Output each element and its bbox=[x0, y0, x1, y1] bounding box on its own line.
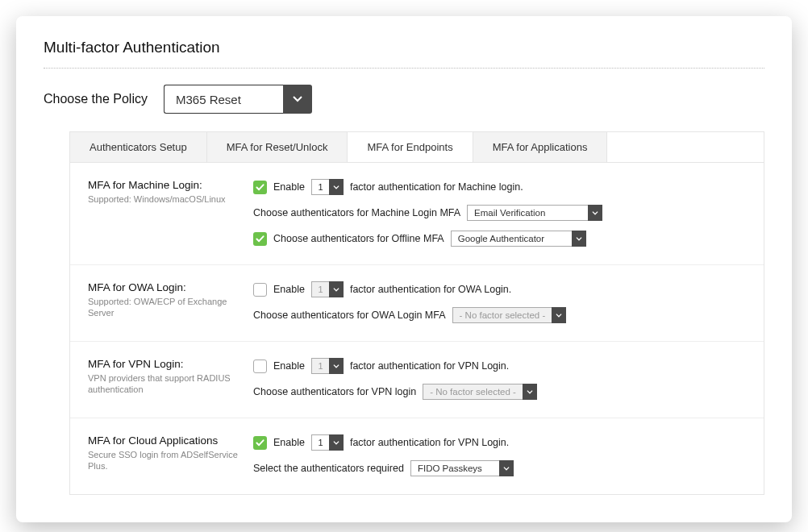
section-controls: Enable 1 factor authentication for OWA L… bbox=[253, 281, 746, 323]
section-title: MFA for VPN Login: bbox=[88, 358, 253, 370]
section-title: MFA for Machine Login: bbox=[88, 179, 253, 191]
section-vpn-login: MFA for VPN Login: VPN providers that su… bbox=[70, 342, 764, 418]
row-label: Select the authenticators required bbox=[253, 463, 404, 474]
divider bbox=[44, 68, 764, 69]
offline-checkbox[interactable] bbox=[253, 232, 267, 246]
row-label: Choose authenticators for OWA Login MFA bbox=[253, 310, 446, 321]
enable-label: Enable bbox=[273, 284, 305, 295]
dropdown-button[interactable] bbox=[499, 460, 514, 476]
chevron-down-icon bbox=[293, 96, 302, 102]
factor-text: factor authentication for OWA Login. bbox=[350, 284, 511, 295]
row-label: Choose authenticators for VPN login bbox=[253, 386, 416, 397]
factor-count-dropdown[interactable] bbox=[329, 434, 344, 451]
enable-row: Enable 1 factor authentication for VPN L… bbox=[253, 434, 746, 451]
machine-authenticator-row: Choose authenticators for Machine Login … bbox=[253, 205, 746, 221]
owa-authenticator-row: Choose authenticators for OWA Login MFA … bbox=[253, 307, 746, 323]
factor-count-dropdown[interactable] bbox=[329, 281, 344, 297]
factor-count: 1 bbox=[311, 179, 329, 195]
row-label: Choose authenticators for Offline MFA bbox=[273, 233, 444, 244]
dropdown-value: - No factor selected - bbox=[452, 307, 552, 323]
section-title: MFA for Cloud Applications bbox=[88, 434, 253, 447]
dropdown-value: - No factor selected - bbox=[423, 384, 523, 400]
factor-count-select[interactable]: 1 bbox=[311, 358, 344, 374]
dropdown-value: Email Verification bbox=[467, 205, 588, 221]
dropdown-button[interactable] bbox=[523, 384, 537, 400]
policy-label: Choose the Policy bbox=[44, 92, 148, 106]
enable-row: Enable 1 factor authentication for Machi… bbox=[253, 179, 746, 195]
dropdown-button[interactable] bbox=[588, 205, 602, 221]
enable-row: Enable 1 factor authentication for VPN L… bbox=[253, 358, 746, 374]
section-title: MFA for OWA Login: bbox=[88, 281, 253, 293]
section-header: MFA for OWA Login: Supported: OWA/ECP of… bbox=[88, 281, 253, 323]
content-box: Authenticators Setup MFA for Reset/Unloc… bbox=[69, 131, 764, 495]
row-label: Choose authenticators for Machine Login … bbox=[253, 207, 460, 218]
tab-mfa-reset-unlock[interactable]: MFA for Reset/Unlock bbox=[207, 132, 348, 162]
tabs: Authenticators Setup MFA for Reset/Unloc… bbox=[70, 132, 764, 163]
enable-checkbox[interactable] bbox=[253, 360, 267, 373]
tab-mfa-endpoints[interactable]: MFA for Endpoints bbox=[348, 132, 473, 162]
tab-mfa-applications[interactable]: MFA for Applications bbox=[473, 132, 608, 162]
enable-label: Enable bbox=[273, 181, 305, 193]
factor-count-dropdown[interactable] bbox=[329, 179, 344, 195]
section-controls: Enable 1 factor authentication for Machi… bbox=[253, 179, 746, 247]
factor-count-select[interactable]: 1 bbox=[311, 281, 344, 297]
cloud-authenticator-row: Select the authenticators required FIDO … bbox=[253, 460, 746, 476]
section-header: MFA for VPN Login: VPN providers that su… bbox=[88, 358, 253, 400]
factor-text: factor authentication for VPN Login. bbox=[350, 437, 509, 448]
policy-select[interactable]: M365 Reset bbox=[164, 85, 312, 114]
section-cloud-applications: MFA for Cloud Applications Secure SSO lo… bbox=[70, 418, 764, 494]
factor-count-select[interactable]: 1 bbox=[311, 179, 344, 195]
factor-count-dropdown[interactable] bbox=[329, 358, 344, 374]
owa-authenticator-select[interactable]: - No factor selected - bbox=[452, 307, 567, 323]
factor-count-select[interactable]: 1 bbox=[311, 434, 344, 451]
factor-count: 1 bbox=[311, 358, 329, 374]
section-controls: Enable 1 factor authentication for VPN L… bbox=[253, 358, 746, 400]
section-controls: Enable 1 factor authentication for VPN L… bbox=[253, 434, 746, 476]
factor-text: factor authentication for VPN Login. bbox=[350, 360, 509, 372]
dropdown-button[interactable] bbox=[572, 231, 586, 247]
factor-count: 1 bbox=[311, 281, 329, 297]
offline-authenticator-row: Choose authenticators for Offline MFA Go… bbox=[253, 231, 746, 247]
enable-checkbox[interactable] bbox=[253, 436, 267, 450]
page-title: Multi-factor Authentication bbox=[44, 39, 764, 68]
tab-authenticators-setup[interactable]: Authenticators Setup bbox=[70, 132, 207, 162]
section-desc: Supported: OWA/ECP of Exchange Server bbox=[88, 296, 253, 319]
enable-label: Enable bbox=[273, 360, 305, 372]
factor-text: factor authentication for Machine login. bbox=[350, 181, 523, 193]
policy-dropdown-button[interactable] bbox=[283, 85, 312, 114]
policy-row: Choose the Policy M365 Reset bbox=[44, 85, 764, 114]
policy-value[interactable]: M365 Reset bbox=[164, 85, 283, 114]
section-header: MFA for Machine Login: Supported: Window… bbox=[88, 179, 253, 247]
enable-label: Enable bbox=[273, 437, 305, 448]
enable-checkbox[interactable] bbox=[253, 283, 267, 297]
vpn-authenticator-row: Choose authenticators for VPN login - No… bbox=[253, 384, 746, 400]
section-desc: Secure SSO login from ADSelfService Plus… bbox=[88, 449, 253, 472]
dropdown-value: Google Authenticator bbox=[451, 231, 572, 247]
vpn-authenticator-select[interactable]: - No factor selected - bbox=[423, 384, 537, 400]
mfa-panel: Multi-factor Authentication Choose the P… bbox=[16, 16, 792, 522]
section-owa-login: MFA for OWA Login: Supported: OWA/ECP of… bbox=[70, 265, 764, 342]
dropdown-value: FIDO Passkeys bbox=[410, 460, 499, 476]
section-header: MFA for Cloud Applications Secure SSO lo… bbox=[88, 434, 253, 476]
enable-row: Enable 1 factor authentication for OWA L… bbox=[253, 281, 746, 297]
section-desc: Supported: Windows/macOS/Linux bbox=[88, 193, 253, 205]
section-desc: VPN providers that support RADIUS authen… bbox=[88, 372, 253, 396]
factor-count: 1 bbox=[311, 434, 329, 451]
section-machine-login: MFA for Machine Login: Supported: Window… bbox=[70, 163, 764, 265]
cloud-authenticator-select[interactable]: FIDO Passkeys bbox=[410, 460, 514, 476]
machine-authenticator-select[interactable]: Email Verification bbox=[467, 205, 602, 221]
dropdown-button[interactable] bbox=[552, 307, 566, 323]
enable-checkbox[interactable] bbox=[253, 181, 267, 194]
offline-authenticator-select[interactable]: Google Authenticator bbox=[451, 231, 586, 247]
